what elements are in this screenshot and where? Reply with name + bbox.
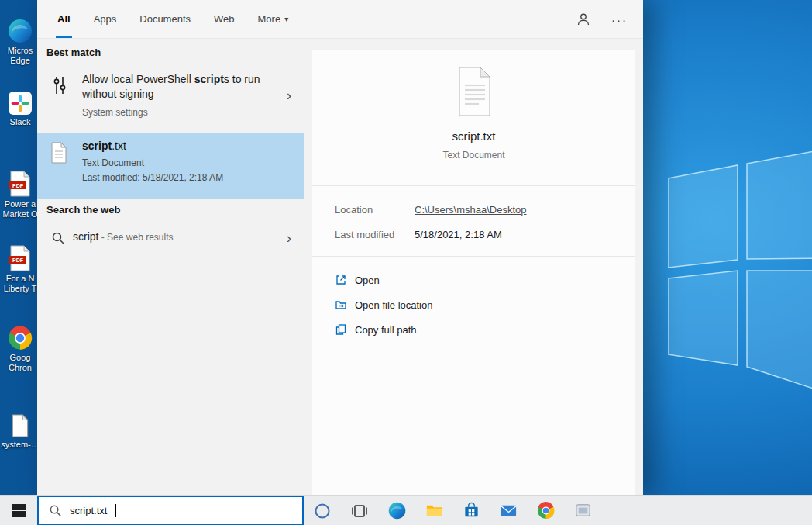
taskbar-cortana-button[interactable] <box>304 496 341 525</box>
desktop: Micros Edge Slack PDF Power a Market O P… <box>0 0 812 525</box>
taskbar-mail-button[interactable] <box>490 496 527 525</box>
taskbar-file-explorer-button[interactable] <box>415 496 452 525</box>
tab-more[interactable]: More ▾ <box>256 0 291 38</box>
microsoft-store-icon <box>463 502 480 520</box>
desktop-icon-slack[interactable]: Slack <box>0 92 40 127</box>
preview-subtitle: Text Document <box>312 150 635 161</box>
action-open[interactable]: Open <box>335 271 380 289</box>
account-icon[interactable] <box>576 12 591 27</box>
desktop-icon-pdf-2[interactable]: PDF For a N Liberty T <box>0 245 40 294</box>
text-file-icon-large <box>454 67 494 116</box>
desktop-icon-label: Slack <box>0 117 40 127</box>
desktop-icon-label: Goog Chron <box>0 353 40 373</box>
tab-label: Documents <box>139 13 191 25</box>
result-modified: Last modified: 5/18/2021, 2:18 AM <box>82 172 223 183</box>
taskbar-chrome-button[interactable] <box>527 496 564 525</box>
mail-icon <box>500 502 518 520</box>
tab-label: All <box>57 13 71 25</box>
search-flyout: All Apps Documents Web More ▾ ··· <box>37 0 643 495</box>
pdf-file-icon: PDF <box>9 171 31 197</box>
slack-icon <box>9 92 32 115</box>
tab-documents[interactable]: Documents <box>138 0 192 38</box>
taskbar-icons <box>304 496 601 525</box>
file-explorer-icon <box>425 502 443 520</box>
tab-label: Web <box>214 13 235 25</box>
text-cursor <box>115 504 116 517</box>
desktop-icon-label: system-… <box>0 440 40 450</box>
open-icon <box>335 274 347 286</box>
result-best-match[interactable]: Allow local PowerShell scripts to run wi… <box>37 64 304 127</box>
svg-text:PDF: PDF <box>12 183 24 188</box>
search-filter-tabs: All Apps Documents Web More ▾ ··· <box>37 0 643 39</box>
tab-apps[interactable]: Apps <box>92 0 119 38</box>
result-subtitle: System settings <box>82 107 273 118</box>
action-open-file-location[interactable]: Open file location <box>335 295 432 314</box>
best-match-header: Best match <box>46 47 101 58</box>
divider <box>312 185 635 186</box>
tab-all[interactable]: All <box>56 0 72 38</box>
action-copy-full-path[interactable]: Copy full path <box>335 320 417 339</box>
taskbar-edge-button[interactable] <box>378 496 415 525</box>
chevron-right-icon[interactable]: › <box>287 87 291 104</box>
taskbar: script.txt <box>0 495 812 525</box>
location-link[interactable]: C:\Users\mshaa\Desktop <box>415 204 527 216</box>
taskbar-store-button[interactable] <box>452 496 490 525</box>
preview-title: script.txt <box>312 130 635 143</box>
desktop-icon-chrome[interactable]: Goog Chron <box>0 326 40 373</box>
chevron-right-icon[interactable]: › <box>287 230 291 247</box>
search-icon <box>49 504 62 517</box>
result-title: Allow local PowerShell scripts to run wi… <box>82 72 273 102</box>
chrome-icon <box>8 326 33 351</box>
taskbar-task-view-button[interactable] <box>341 496 378 525</box>
copy-icon <box>335 323 347 336</box>
windows-logo <box>668 143 812 393</box>
search-icon <box>51 231 65 245</box>
desktop-icon-label: For a N Liberty T <box>0 274 40 294</box>
desktop-icon-label: Micros Edge <box>0 46 40 66</box>
divider <box>312 256 635 257</box>
desktop-icon-system-file[interactable]: system-… <box>0 414 40 450</box>
more-options-icon[interactable]: ··· <box>611 13 628 26</box>
text-file-icon <box>50 142 67 164</box>
edge-icon <box>388 502 406 520</box>
cortana-icon <box>314 503 331 520</box>
chrome-icon <box>537 502 555 520</box>
windows-start-icon <box>12 504 26 517</box>
folder-location-icon <box>335 299 347 311</box>
tab-label: More <box>258 13 281 25</box>
file-icon <box>10 414 30 437</box>
app-window-icon <box>574 502 592 520</box>
taskbar-app-button[interactable] <box>564 496 601 525</box>
search-query-text: script.txt <box>70 505 107 516</box>
result-file-selected[interactable]: script.txt Text Document Last modified: … <box>37 133 304 199</box>
last-modified-label: Last modified <box>335 229 394 240</box>
tab-web[interactable]: Web <box>212 0 236 38</box>
location-label: Location <box>335 204 373 216</box>
task-view-icon <box>351 503 368 520</box>
edge-icon <box>8 19 33 43</box>
chevron-down-icon: ▾ <box>284 15 288 23</box>
preview-pane: script.txt Text Document Location C:\Use… <box>312 50 635 495</box>
result-title: script.txt <box>82 140 223 152</box>
settings-sliders-icon <box>50 75 70 95</box>
desktop-icon-label: Power a Market O <box>0 199 40 219</box>
desktop-icon-edge[interactable]: Micros Edge <box>0 19 40 66</box>
svg-text:PDF: PDF <box>12 257 24 263</box>
last-modified-value: 5/18/2021, 2:18 AM <box>415 229 502 240</box>
start-button[interactable] <box>0 496 37 525</box>
taskbar-search-input[interactable]: script.txt <box>37 496 304 525</box>
pdf-file-icon: PDF <box>9 245 31 271</box>
result-web-search[interactable]: script - See web results › <box>37 223 304 254</box>
search-web-header: Search the web <box>46 204 120 216</box>
tab-label: Apps <box>94 13 117 25</box>
desktop-icon-pdf-1[interactable]: PDF Power a Market O <box>0 171 40 219</box>
result-subtitle: Text Document <box>82 157 223 168</box>
result-title: script - See web results <box>73 230 174 243</box>
